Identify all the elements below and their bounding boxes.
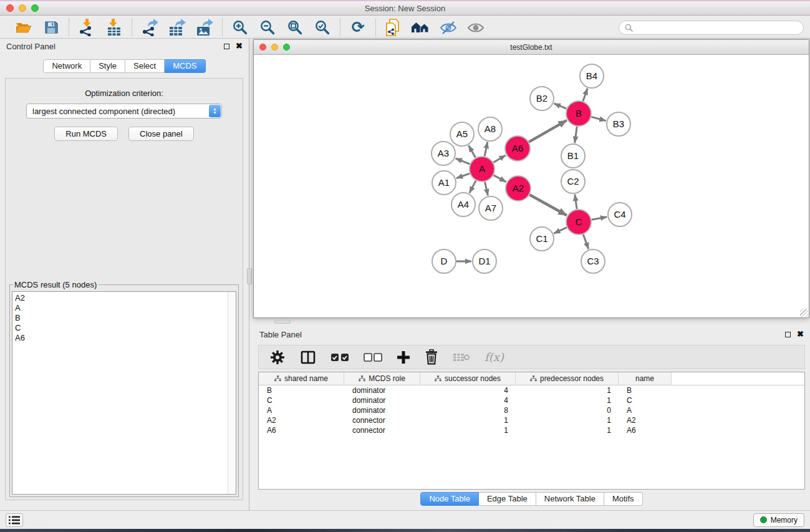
window-resize-grip[interactable]: [800, 309, 808, 317]
node-D1[interactable]: D1: [473, 249, 496, 273]
edge-C-C2[interactable]: [575, 195, 577, 209]
hide-panels-button[interactable]: [438, 18, 459, 37]
tab-network[interactable]: Network: [43, 59, 90, 73]
node-A6[interactable]: A6: [505, 136, 530, 161]
float-panel-icon[interactable]: [224, 44, 229, 49]
edge-B-B2[interactable]: [554, 104, 566, 109]
table-row[interactable]: A2connector11A2: [259, 415, 804, 425]
node-C3[interactable]: C3: [581, 249, 605, 273]
splitter-grip[interactable]: [247, 268, 252, 284]
table-cell[interactable]: 1: [516, 386, 619, 395]
add-column-button[interactable]: [397, 351, 410, 364]
zoom-fit-button[interactable]: [284, 18, 306, 37]
zoom-out-button[interactable]: [257, 18, 278, 37]
node-C2[interactable]: C2: [561, 170, 585, 193]
table-cell[interactable]: A2: [259, 416, 344, 425]
table-cell[interactable]: A: [259, 406, 344, 415]
zoom-selected-button[interactable]: [312, 18, 333, 37]
edge-A-A5[interactable]: [468, 145, 475, 158]
table-cell[interactable]: connector: [344, 426, 420, 435]
column-header-MCDS-role[interactable]: MCDS role: [344, 372, 420, 385]
node-A1[interactable]: A1: [432, 171, 456, 195]
edge-A-A6[interactable]: [493, 155, 506, 162]
tab-select[interactable]: Select: [125, 59, 165, 73]
table-cell[interactable]: dominator: [344, 396, 420, 405]
node-C1[interactable]: C1: [530, 227, 554, 251]
table-cell[interactable]: B: [259, 386, 344, 395]
node-B4[interactable]: B4: [580, 64, 604, 88]
node-A7[interactable]: A7: [479, 196, 503, 220]
tab-node-table[interactable]: Node Table: [420, 492, 479, 506]
tab-style[interactable]: Style: [90, 59, 125, 73]
close-panel-button[interactable]: Close panel: [128, 127, 194, 141]
table-cell[interactable]: connector: [344, 416, 420, 425]
edge-B-B4[interactable]: [583, 89, 587, 101]
column-header-name[interactable]: name: [619, 372, 672, 385]
node-B2[interactable]: B2: [530, 87, 554, 110]
deselect-all-rows-button[interactable]: [364, 353, 382, 362]
result-list-item[interactable]: A2: [15, 293, 236, 303]
edge-A6-B[interactable]: [529, 120, 567, 142]
open-session-button[interactable]: [13, 18, 34, 37]
node-C[interactable]: C: [566, 210, 591, 235]
edge-B-B3[interactable]: [591, 117, 605, 120]
column-header-predecessor-nodes[interactable]: predecessor nodes: [516, 372, 619, 385]
column-header-shared-name[interactable]: shared name: [259, 372, 344, 385]
zoom-in-button[interactable]: [229, 18, 251, 37]
table-cell[interactable]: 4: [420, 396, 516, 405]
node-A5[interactable]: A5: [450, 122, 474, 146]
table-cell[interactable]: C: [259, 396, 344, 405]
edge-A-A2[interactable]: [494, 175, 506, 182]
memory-button[interactable]: Memory: [753, 513, 804, 527]
edge-A-A8[interactable]: [485, 142, 488, 157]
tab-edge-table[interactable]: Edge Table: [479, 492, 536, 506]
node-A8[interactable]: A8: [478, 117, 502, 141]
table-cell[interactable]: A: [619, 406, 672, 415]
node-B3[interactable]: B3: [607, 112, 630, 136]
table-cell[interactable]: C: [619, 396, 672, 405]
clone-network-button[interactable]: [383, 18, 404, 37]
table-cell[interactable]: A6: [259, 426, 344, 435]
table-cell[interactable]: 8: [420, 406, 516, 415]
table-row[interactable]: Cdominator41C: [259, 395, 804, 405]
table-cell[interactable]: 1: [516, 396, 619, 405]
select-all-rows-button[interactable]: [330, 353, 349, 362]
close-panel-icon[interactable]: ✖: [797, 331, 804, 337]
node-B[interactable]: B: [566, 101, 591, 126]
table-cell[interactable]: B: [619, 386, 672, 395]
refresh-layout-button[interactable]: ⟳: [347, 18, 369, 37]
delete-column-button[interactable]: [425, 349, 438, 365]
network-window-titlebar[interactable]: testGlobe.txt: [254, 40, 809, 55]
edge-A-A1[interactable]: [456, 173, 470, 178]
table-cell[interactable]: A2: [619, 416, 672, 425]
node-A[interactable]: A: [470, 157, 494, 181]
network-overview-button[interactable]: [410, 18, 432, 37]
result-list-item[interactable]: A6: [15, 333, 236, 343]
show-panel-list-button[interactable]: [6, 513, 23, 527]
table-cell[interactable]: 1: [516, 426, 619, 435]
run-mcds-button[interactable]: Run MCDS: [54, 127, 118, 141]
network-canvas[interactable]: AA1A2A3A4A5A6A7A8BB1B2B3B4CC1C2C3C4DD1: [254, 55, 809, 317]
table-cell[interactable]: 1: [420, 416, 516, 425]
table-row[interactable]: Bdominator41B: [259, 385, 804, 395]
float-panel-icon[interactable]: [785, 332, 791, 337]
import-network-button[interactable]: [76, 18, 97, 37]
export-table-button[interactable]: [166, 18, 188, 37]
result-list-item[interactable]: C: [15, 323, 236, 333]
node-B1[interactable]: B1: [561, 144, 585, 168]
table-cell[interactable]: 1: [516, 416, 619, 425]
edge-C-C4[interactable]: [592, 217, 607, 220]
table-row[interactable]: A6connector11A6: [259, 425, 804, 435]
tab-mcds[interactable]: MCDS: [165, 59, 205, 73]
export-image-button[interactable]: [194, 18, 215, 37]
search-input[interactable]: [636, 23, 798, 32]
result-list-item[interactable]: B: [15, 313, 236, 323]
result-list-item[interactable]: A: [15, 303, 236, 313]
import-table-button[interactable]: [104, 18, 125, 37]
table-cell[interactable]: A6: [619, 426, 672, 435]
edge-A-A4[interactable]: [470, 181, 476, 193]
edge-A-A3[interactable]: [455, 158, 470, 164]
edge-B-B1[interactable]: [575, 127, 577, 143]
edge-A-A7[interactable]: [485, 181, 488, 195]
node-A2[interactable]: A2: [506, 176, 531, 201]
